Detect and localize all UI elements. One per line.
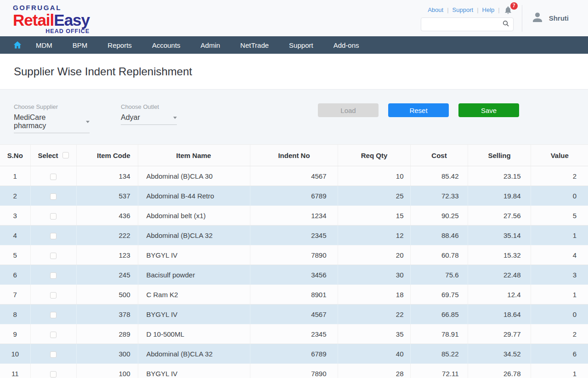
cell-indent_no: 7890 — [250, 245, 338, 265]
cell-indent_no: 3456 — [250, 265, 338, 285]
nav-item-accounts[interactable]: Accounts — [142, 36, 191, 54]
cell-item_code: 378 — [76, 305, 138, 324]
link-separator: | — [477, 6, 478, 13]
row-checkbox[interactable] — [50, 193, 57, 200]
row-checkbox[interactable] — [50, 292, 57, 299]
indent-table-wrap: S.No Select Item Code Item Name Indent N… — [0, 144, 588, 378]
help-link[interactable]: Help — [482, 6, 495, 13]
link-separator: | — [498, 6, 499, 13]
nav-item-mdm[interactable]: MDM — [26, 36, 62, 54]
table-row: 4222Abdominal (B)CLA 3223451288.4635.141 — [0, 226, 588, 245]
table-row: 6245Bacisulf powder34563075.622.483 — [0, 265, 588, 285]
table-body: 1134Abdominal (B)CLA 3045671085.4223.152… — [0, 166, 588, 378]
row-checkbox[interactable] — [50, 351, 57, 358]
cell-sno: 3 — [0, 206, 30, 226]
about-link[interactable]: About — [428, 6, 443, 13]
nav-item-reports[interactable]: Reports — [97, 36, 142, 54]
header-right: About| Support| Help| 7 Shruti — [421, 5, 575, 32]
cell-cost: 60.78 — [410, 245, 468, 265]
outlet-label: Choose Outlet — [121, 103, 177, 110]
reset-button[interactable]: Reset — [388, 103, 449, 117]
outlet-select[interactable]: Adyar — [121, 113, 177, 125]
row-select-cell — [30, 206, 76, 226]
cell-indent_no: 7890 — [250, 364, 338, 378]
cell-value: 6 — [531, 344, 588, 364]
save-button[interactable]: Save — [458, 103, 519, 117]
cell-req_qty: 15 — [338, 206, 410, 226]
nav-item-admin[interactable]: Admin — [191, 36, 231, 54]
cell-cost: 90.25 — [410, 206, 468, 226]
nav-item-support[interactable]: Support — [279, 36, 323, 54]
cell-indent_no: 2345 — [250, 226, 338, 245]
row-select-cell — [30, 265, 76, 285]
col-header-item-name: Item Name — [138, 145, 250, 166]
row-checkbox[interactable] — [50, 253, 57, 259]
table-row: 8378BYGYL IV45672266.8518.640 — [0, 305, 588, 324]
row-select-cell — [30, 245, 76, 265]
cell-cost: 75.6 — [410, 265, 468, 285]
col-header-item-code: Item Code — [76, 145, 138, 166]
user-avatar-icon — [531, 11, 544, 26]
select-all-checkbox[interactable] — [62, 152, 69, 158]
app-logo: GOFRUGAL RetailEasy HEAD OFFICE — [13, 2, 90, 34]
supplier-select[interactable]: MediCare pharmacy — [14, 113, 90, 133]
cell-indent_no: 1234 — [250, 206, 338, 226]
row-checkbox[interactable] — [50, 233, 57, 239]
logo-product-text: RetailEasy — [13, 12, 90, 28]
cell-selling: 23.15 — [468, 166, 531, 186]
cell-cost: 72.33 — [410, 186, 468, 206]
cell-value: 2 — [531, 166, 588, 186]
row-select-cell — [30, 166, 76, 186]
col-header-req-qty: Req Qty — [338, 145, 410, 166]
supplier-field: Choose Supplier MediCare pharmacy — [14, 103, 90, 133]
nav-item-nettrade[interactable]: NetTrade — [230, 36, 279, 54]
load-button[interactable]: Load — [318, 103, 379, 117]
cell-sno: 5 — [0, 245, 30, 265]
cell-sno: 6 — [0, 265, 30, 285]
notifications-bell-icon[interactable]: 7 — [503, 6, 514, 15]
cell-item_name: BYGYL IV — [138, 245, 250, 265]
row-checkbox[interactable] — [50, 272, 57, 279]
search-input[interactable] — [426, 20, 502, 28]
cell-indent_no: 4567 — [250, 305, 338, 324]
cell-item_code: 300 — [76, 344, 138, 364]
header-divider — [522, 5, 522, 32]
support-link[interactable]: Support — [452, 6, 474, 13]
cell-item_code: 100 — [76, 364, 138, 378]
row-checkbox[interactable] — [50, 213, 57, 220]
cell-indent_no: 6789 — [250, 344, 338, 364]
action-buttons: Load Reset Save — [318, 103, 519, 117]
cell-value: 0 — [531, 186, 588, 206]
cell-indent_no: 4567 — [250, 166, 338, 186]
col-header-selling: Selling — [468, 145, 531, 166]
cell-req_qty: 12 — [338, 226, 410, 245]
cell-value: 3 — [531, 265, 588, 285]
nav-item-addons[interactable]: Add-ons — [323, 36, 369, 54]
home-icon[interactable] — [9, 40, 26, 50]
logo-brand-text: GOFRUGAL — [13, 4, 90, 11]
row-checkbox[interactable] — [50, 174, 57, 180]
cell-sno: 10 — [0, 344, 30, 364]
cell-item_code: 222 — [76, 226, 138, 245]
user-menu[interactable]: Shruti — [531, 11, 575, 26]
cell-indent_no: 2345 — [250, 324, 338, 344]
cell-cost: 85.22 — [410, 344, 468, 364]
cell-sno: 11 — [0, 364, 30, 378]
cell-sno: 7 — [0, 285, 30, 305]
row-checkbox[interactable] — [50, 312, 57, 318]
nav-item-bpm[interactable]: BPM — [62, 36, 98, 54]
filter-row: Choose Supplier MediCare pharmacy Choose… — [0, 90, 588, 133]
cell-cost: 85.42 — [410, 166, 468, 186]
cell-req_qty: 25 — [338, 186, 410, 206]
search-icon[interactable] — [502, 20, 509, 29]
select-header-label: Select — [38, 152, 58, 159]
cell-item_name: Abdominal B-44 Retro — [138, 186, 250, 206]
cell-selling: 15.32 — [468, 245, 531, 265]
row-checkbox[interactable] — [50, 332, 57, 338]
row-checkbox[interactable] — [50, 371, 57, 378]
cell-cost: 69.75 — [410, 285, 468, 305]
col-header-cost: Cost — [410, 145, 468, 166]
table-row: 11100BYGYL IV78902872.1126.781 — [0, 364, 588, 378]
cell-item_name: D 10-500ML — [138, 324, 250, 344]
cell-cost: 78.91 — [410, 324, 468, 344]
